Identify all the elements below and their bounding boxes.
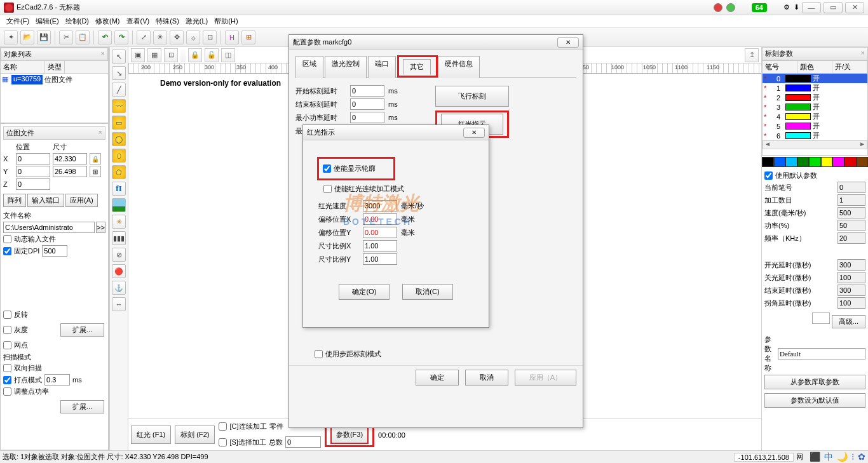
menu-view[interactable]: 查看(V) bbox=[124, 16, 153, 27]
step-mode-checkbox[interactable] bbox=[315, 350, 323, 358]
cfg-ok-button[interactable]: 确定 bbox=[416, 370, 459, 386]
tool-node[interactable]: ↘ bbox=[112, 66, 126, 80]
freq-input[interactable] bbox=[837, 232, 865, 244]
corner-delay-input[interactable] bbox=[837, 297, 865, 309]
continuous-checkbox[interactable] bbox=[219, 422, 227, 431]
pen-scrollbar[interactable] bbox=[763, 140, 867, 149]
tb-save[interactable]: 💾 bbox=[37, 30, 51, 44]
tb-zoom1[interactable]: ☀ bbox=[153, 30, 167, 44]
tb-undo[interactable]: ↶ bbox=[98, 30, 112, 44]
tb-zoom3[interactable]: ☼ bbox=[186, 30, 200, 44]
tb-paste[interactable]: 📋 bbox=[76, 30, 90, 44]
count-input[interactable] bbox=[837, 194, 865, 206]
tb-zoomfit[interactable]: ⤢ bbox=[137, 30, 151, 44]
menu-edit[interactable]: 编辑(E) bbox=[33, 16, 62, 27]
extend-button-1[interactable]: 扩展... bbox=[60, 323, 104, 337]
save-default-button[interactable]: 参数设为默认值 bbox=[764, 393, 865, 408]
select-checkbox[interactable] bbox=[219, 438, 227, 446]
tb-redo[interactable]: ↷ bbox=[114, 30, 128, 44]
tray-icon[interactable]: ⁝ bbox=[851, 452, 854, 463]
power-input[interactable] bbox=[837, 220, 865, 231]
close-button[interactable]: ✕ bbox=[845, 2, 864, 13]
reverse-checkbox[interactable] bbox=[3, 311, 11, 319]
close-icon[interactable]: × bbox=[101, 50, 105, 59]
pen-row[interactable]: *4开 bbox=[763, 112, 867, 121]
tool-rect[interactable]: ▭ bbox=[112, 116, 126, 130]
object-list-row[interactable]: ▦ u=30759 位图文件 bbox=[1, 74, 108, 86]
fly-mark-button[interactable]: 飞行标刻 bbox=[435, 86, 509, 107]
tool-ellipse[interactable]: ⬯ bbox=[112, 149, 126, 163]
color-palette[interactable] bbox=[762, 157, 868, 167]
pen-row[interactable]: *2开 bbox=[763, 93, 867, 102]
ct-ungroup[interactable]: ▦ bbox=[147, 48, 161, 62]
param-f3-button[interactable]: 参数(F3) bbox=[330, 426, 369, 444]
anchor-icon[interactable]: ⊞ bbox=[90, 166, 101, 177]
red-sy-input[interactable] bbox=[363, 253, 397, 265]
cfg-cancel-button[interactable]: 取消 bbox=[465, 370, 508, 386]
tool-encoder[interactable]: ⚓ bbox=[112, 281, 126, 295]
tray-icon[interactable]: 中 bbox=[824, 452, 833, 463]
ct-lock[interactable]: 🔒 bbox=[188, 48, 202, 62]
tb-new[interactable]: ✦ bbox=[4, 30, 18, 44]
tool-extend[interactable]: ↔ bbox=[112, 297, 126, 311]
ct-unlock[interactable]: 🔓 bbox=[205, 48, 219, 62]
minp-delay-input[interactable] bbox=[350, 112, 384, 123]
red-ok-button[interactable]: 确定(O) bbox=[339, 284, 390, 300]
ct-hide[interactable]: ◫ bbox=[221, 48, 235, 62]
red-speed-input[interactable] bbox=[363, 200, 397, 211]
lock-icon[interactable]: 🔒 bbox=[90, 153, 101, 164]
dpi-input[interactable] bbox=[42, 245, 67, 257]
menu-modify[interactable]: 修改(M) bbox=[93, 16, 123, 27]
end-delay-input[interactable] bbox=[837, 285, 865, 296]
tb-open[interactable]: 📂 bbox=[20, 30, 34, 44]
use-default-checkbox[interactable] bbox=[764, 171, 773, 180]
extend-button-2[interactable]: 扩展... bbox=[60, 400, 104, 413]
load-param-button[interactable]: 从参数库取参数 bbox=[764, 375, 865, 389]
tool-io[interactable]: 🔴 bbox=[112, 264, 126, 278]
off-delay-input[interactable] bbox=[837, 272, 865, 283]
ct-group[interactable]: ▣ bbox=[131, 48, 145, 62]
tool-line[interactable]: ╱ bbox=[112, 83, 126, 97]
red-sx-input[interactable] bbox=[363, 240, 397, 252]
pen-row[interactable]: *1开 bbox=[763, 83, 867, 93]
config-dialog-close[interactable]: ✕ bbox=[557, 37, 579, 48]
size-h-input[interactable] bbox=[53, 166, 87, 177]
close-icon[interactable]: × bbox=[861, 49, 865, 58]
tray-icon[interactable]: ⬛ bbox=[810, 452, 820, 463]
red-offy-input[interactable] bbox=[363, 227, 397, 238]
tb-zoom4[interactable]: ⊡ bbox=[203, 30, 217, 44]
size-w-input[interactable] bbox=[53, 153, 87, 164]
tray-icon[interactable]: 🌙 bbox=[837, 452, 848, 463]
total-input[interactable] bbox=[285, 436, 321, 448]
tb-anchor1[interactable]: H bbox=[225, 30, 239, 44]
menu-draw[interactable]: 绘制(D) bbox=[63, 16, 92, 27]
tool-polygon[interactable]: ⬠ bbox=[112, 165, 126, 179]
fixed-dpi-checkbox[interactable] bbox=[3, 247, 11, 255]
tool-select[interactable]: ↖ bbox=[112, 50, 126, 64]
wobble-icon[interactable] bbox=[812, 312, 830, 324]
tool-curve[interactable]: 〰 bbox=[112, 99, 126, 113]
pen-row[interactable]: *6开 bbox=[763, 131, 867, 140]
dot-ms-input[interactable] bbox=[44, 374, 70, 386]
tb-zoom2[interactable]: ✥ bbox=[170, 30, 184, 44]
redlight-dialog-close[interactable]: ✕ bbox=[463, 128, 485, 138]
ct-layer[interactable]: ↥ bbox=[745, 48, 759, 62]
speed-input[interactable] bbox=[837, 207, 865, 218]
tool-image[interactable] bbox=[112, 198, 126, 212]
maximize-button[interactable]: ▭ bbox=[824, 2, 843, 13]
curr-pen-input[interactable] bbox=[837, 182, 865, 193]
pen-row[interactable]: *3开 bbox=[763, 102, 867, 112]
red-offx-input[interactable] bbox=[363, 213, 397, 225]
minimize-button[interactable]: — bbox=[802, 2, 821, 13]
tab-other[interactable]: 其它 bbox=[403, 59, 431, 75]
on-delay-input[interactable] bbox=[837, 259, 865, 271]
pen-row[interactable]: *0开 bbox=[763, 74, 867, 83]
menu-help[interactable]: 帮助(H) bbox=[212, 16, 240, 27]
dynamic-input-checkbox[interactable] bbox=[3, 235, 11, 243]
tab-laser[interactable]: 激光控制 bbox=[325, 56, 367, 78]
end-delay-input[interactable] bbox=[350, 98, 384, 110]
advanced-button[interactable]: 高级... bbox=[832, 315, 865, 328]
cfg-apply-button[interactable]: 应用（A） bbox=[515, 370, 576, 386]
close-icon[interactable]: × bbox=[98, 128, 102, 138]
enable-outline-checkbox[interactable] bbox=[323, 164, 331, 173]
